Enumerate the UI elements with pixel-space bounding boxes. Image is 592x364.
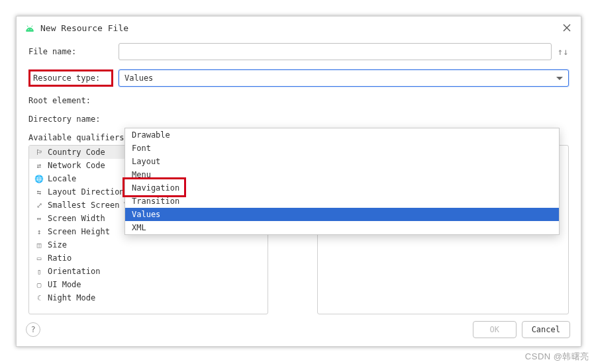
sort-icon[interactable]: ↑↓: [557, 48, 569, 55]
resource-type-dropdown[interactable]: DrawableFontLayoutMenuNavigationTransiti…: [124, 128, 560, 235]
dropdown-item[interactable]: Font: [125, 142, 559, 155]
row-directory-name: Directory name:: [28, 114, 569, 124]
qualifier-label: Screen Width: [48, 214, 105, 223]
ok-button[interactable]: OK: [473, 321, 517, 338]
help-button[interactable]: ?: [26, 322, 40, 337]
globe-network-icon: 🏳: [34, 148, 44, 157]
row-root-element: Root element:: [28, 96, 569, 105]
qualifier-item[interactable]: ▭Ratio: [29, 251, 268, 265]
qualifier-label: Ratio: [48, 253, 72, 263]
qualifier-label: UI Mode: [48, 280, 81, 289]
dialog-title: New Resource File: [40, 23, 556, 33]
android-icon: [25, 23, 35, 32]
watermark-text: CSDN @韩曙亮: [525, 351, 589, 363]
label-root-element: Root element:: [28, 96, 113, 105]
dialog-footer: ? OK Cancel: [17, 314, 581, 346]
qualifier-label: Size: [48, 240, 67, 250]
dropdown-item[interactable]: Transition: [125, 195, 559, 208]
dropdown-item[interactable]: Values: [125, 208, 559, 221]
qualifier-label: Screen Height: [48, 227, 110, 236]
qualifier-label: Locale: [48, 174, 76, 183]
svg-point-0: [28, 29, 28, 30]
resize-icon: ◫: [34, 240, 44, 250]
qualifier-item[interactable]: ◫Size: [29, 238, 268, 251]
dropdown-item[interactable]: Drawable: [125, 128, 559, 142]
dropdown-item[interactable]: XML: [125, 221, 559, 234]
globe-icon: 🌐: [34, 174, 44, 183]
height-icon: ↕: [34, 227, 44, 236]
dialog-window: New Resource File File name: ↑↓ Resource…: [16, 16, 581, 347]
dropdown-item[interactable]: Navigation: [125, 181, 559, 195]
chevron-down-icon: [556, 77, 563, 80]
qualifier-label: Network Code: [48, 161, 105, 170]
label-resource-type: Resource type:: [28, 69, 113, 87]
qualifier-item[interactable]: ▯Orientation: [29, 265, 268, 278]
qualifier-item[interactable]: ☾Night Mode: [29, 291, 268, 304]
label-directory-name: Directory name:: [28, 114, 113, 124]
dropdown-item[interactable]: Menu: [125, 168, 559, 181]
resource-type-combo[interactable]: Values: [119, 69, 569, 87]
orientation-icon: ▯: [34, 267, 44, 276]
moon-icon: ☾: [34, 293, 44, 302]
qualifier-item[interactable]: ▢UI Mode: [29, 278, 268, 291]
svg-point-1: [30, 29, 31, 30]
dialog-content: File name: ↑↓ Resource type: Values Root…: [17, 39, 581, 314]
width-icon: ↔: [34, 214, 44, 223]
arrows-lr-icon: ⇆: [34, 187, 44, 197]
resource-type-value: Values: [124, 73, 556, 83]
row-resource-type: Resource type: Values: [28, 69, 569, 87]
expand-icon: ⤢: [34, 201, 44, 210]
network-icon: ⇄: [34, 161, 44, 170]
ratio-icon: ▭: [34, 253, 44, 263]
file-name-input[interactable]: [119, 43, 552, 60]
dropdown-item[interactable]: Layout: [125, 155, 559, 168]
close-icon[interactable]: [561, 22, 573, 34]
qualifier-label: Country Code: [48, 148, 105, 157]
title-bar: New Resource File: [17, 17, 581, 39]
qualifier-label: Night Mode: [48, 293, 95, 302]
cancel-button[interactable]: Cancel: [522, 321, 570, 338]
qualifier-label: Layout Direction: [48, 187, 124, 197]
row-file-name: File name: ↑↓: [28, 43, 569, 60]
label-file-name: File name:: [28, 47, 113, 56]
ui-icon: ▢: [34, 280, 44, 289]
qualifier-label: Orientation: [48, 267, 100, 276]
